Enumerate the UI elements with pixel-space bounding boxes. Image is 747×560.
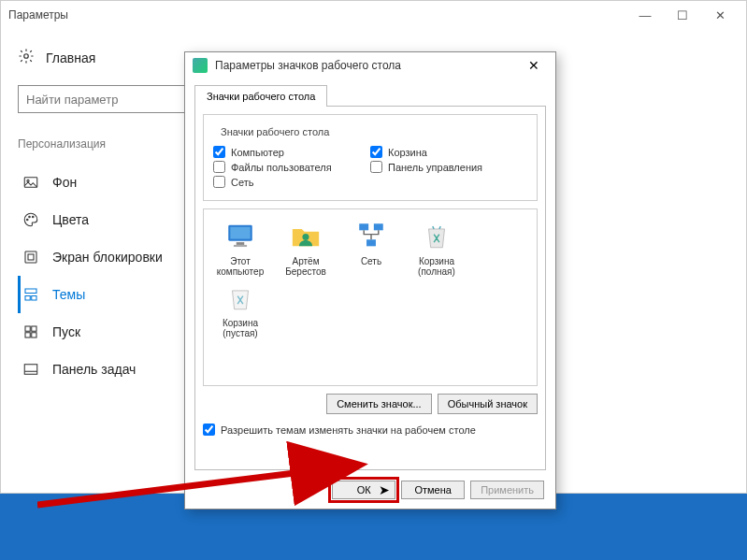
svg-rect-15 <box>230 227 250 239</box>
check-computer[interactable]: Компьютер <box>213 146 370 158</box>
svg-rect-10 <box>25 333 30 337</box>
nav-label: Цвета <box>52 212 89 227</box>
start-icon <box>22 323 39 340</box>
icon-bin-full[interactable]: Корзина (полная) <box>406 219 467 277</box>
svg-rect-20 <box>374 223 383 230</box>
dialog-icon <box>193 58 208 73</box>
svg-point-0 <box>24 54 29 59</box>
ok-button[interactable]: ОК <box>332 481 395 499</box>
user-folder-icon <box>289 219 323 252</box>
icon-preview-box: Этот компьютер Артём Берестов Сеть <box>203 208 538 386</box>
desktop-icons-dialog: Параметры значков рабочего стола ✕ Значк… <box>184 51 556 510</box>
dialog-title: Параметры значков рабочего стола <box>215 59 401 72</box>
dialog-titlebar: Параметры значков рабочего стола ✕ <box>185 52 555 79</box>
svg-rect-12 <box>24 365 37 375</box>
svg-point-18 <box>302 234 309 240</box>
cancel-button[interactable]: Отмена <box>401 481 465 499</box>
icon-user[interactable]: Артём Берестов <box>275 219 337 277</box>
dialog-footer: ОК Отмена Применить <box>332 481 544 499</box>
minimize-button[interactable]: — <box>626 1 664 29</box>
recycle-empty-icon <box>223 280 257 314</box>
dialog-close-button[interactable]: ✕ <box>520 58 548 73</box>
svg-rect-21 <box>366 239 376 246</box>
window-controls: — ☐ ✕ <box>626 1 739 29</box>
close-button[interactable]: ✕ <box>701 1 739 29</box>
computer-icon <box>223 219 257 252</box>
change-icon-button[interactable]: Сменить значок... <box>326 394 432 414</box>
check-userfiles[interactable]: Файлы пользователя <box>213 161 370 173</box>
svg-rect-17 <box>234 245 247 247</box>
nav-label: Пуск <box>52 324 80 339</box>
lockscreen-icon <box>22 249 39 266</box>
default-icon-button[interactable]: Обычный значок <box>438 394 538 414</box>
svg-rect-19 <box>359 223 368 230</box>
allow-themes-check[interactable]: Разрешить темам изменять значки на рабоч… <box>203 424 538 436</box>
network-icon <box>354 219 388 252</box>
icon-bin-empty[interactable]: Корзина (пустая) <box>209 280 271 338</box>
picture-icon <box>22 174 39 191</box>
svg-rect-11 <box>32 333 36 337</box>
settings-titlebar: Параметры — ☐ ✕ <box>1 1 746 29</box>
svg-rect-9 <box>32 326 36 331</box>
icon-this-pc[interactable]: Этот компьютер <box>209 219 271 277</box>
svg-rect-16 <box>237 242 245 245</box>
fieldset-title: Значки рабочего стола <box>217 126 333 137</box>
svg-rect-7 <box>28 254 34 260</box>
taskbar-icon <box>22 361 39 378</box>
svg-point-4 <box>29 216 31 218</box>
svg-rect-8 <box>25 326 30 331</box>
search-input[interactable] <box>18 85 200 113</box>
home-label: Главная <box>46 50 95 65</box>
icons-fieldset: Значки рабочего стола Компьютер Файлы по… <box>203 114 538 201</box>
svg-point-3 <box>27 219 29 221</box>
check-network[interactable]: Сеть <box>213 176 370 188</box>
nav-label: Темы <box>52 287 85 302</box>
tab-desktop-icons[interactable]: Значки рабочего стола <box>194 85 327 107</box>
recycle-full-icon <box>420 219 453 252</box>
check-recycle[interactable]: Корзина <box>370 146 527 158</box>
nav-label: Фон <box>52 175 77 190</box>
settings-title: Параметры <box>8 8 68 22</box>
icon-network[interactable]: Сеть <box>340 219 402 277</box>
gear-icon <box>18 48 35 68</box>
svg-point-5 <box>33 216 35 218</box>
tab-pane: Значки рабочего стола Компьютер Файлы по… <box>194 106 546 470</box>
nav-label: Экран блокировки <box>52 250 163 265</box>
nav-label: Панель задач <box>52 362 136 377</box>
svg-rect-6 <box>25 251 36 263</box>
maximize-button[interactable]: ☐ <box>664 1 701 29</box>
apply-button[interactable]: Применить <box>470 481 544 499</box>
palette-icon <box>22 211 39 228</box>
themes-icon <box>22 286 39 303</box>
check-cpanel[interactable]: Панель управления <box>370 161 527 173</box>
